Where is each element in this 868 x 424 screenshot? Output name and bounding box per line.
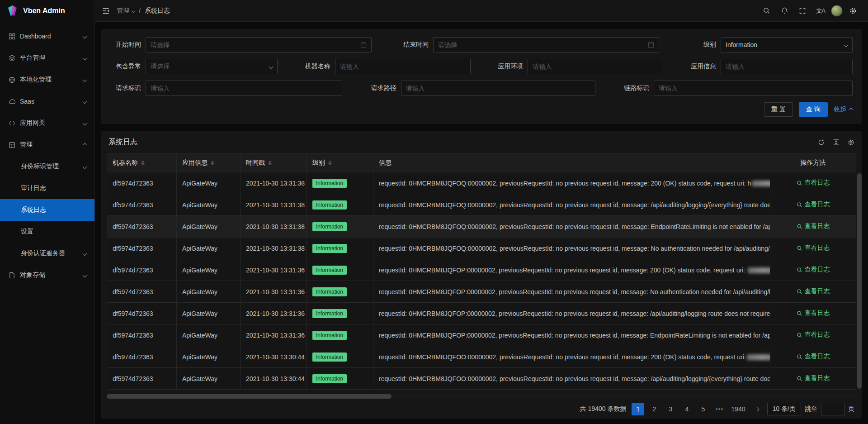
cell-machine-name: df5974d72363: [107, 281, 177, 303]
sidebar-item-app-gateway[interactable]: 应用网关: [0, 112, 94, 134]
start-time-input[interactable]: [151, 41, 357, 48]
collapse-filters-link[interactable]: 收起: [834, 105, 853, 114]
page-button-5[interactable]: 5: [697, 403, 709, 415]
table-row[interactable]: df5974d72363ApiGateWay2021-10-30 13:30:4…: [107, 368, 856, 390]
jump-page-input[interactable]: [821, 403, 844, 415]
column-header-3[interactable]: 级别: [307, 153, 373, 172]
vertical-scrollbar[interactable]: [857, 172, 862, 390]
view-log-link[interactable]: 查看日志: [797, 244, 830, 252]
app-info-input[interactable]: [726, 63, 848, 70]
refresh-icon[interactable]: [818, 139, 825, 146]
column-height-icon[interactable]: [833, 139, 840, 146]
reset-button[interactable]: 重 置: [764, 102, 793, 117]
app-env-field[interactable]: [528, 59, 663, 74]
view-log-link[interactable]: 查看日志: [797, 266, 830, 274]
magnifier-icon: [797, 202, 802, 208]
column-header-2[interactable]: 时间戳: [241, 153, 307, 172]
app-env-input[interactable]: [533, 63, 658, 70]
sidebar-item-auth-server[interactable]: 身份认证服务器: [0, 243, 94, 264]
horizontal-scrollbar[interactable]: [107, 394, 856, 399]
machine-name-input[interactable]: [340, 63, 466, 70]
view-log-link[interactable]: 查看日志: [797, 353, 830, 361]
request-id-input[interactable]: [151, 85, 337, 92]
page-button-2[interactable]: 2: [648, 403, 660, 415]
request-id-field[interactable]: [146, 81, 342, 96]
page-size-select[interactable]: 10 条/页: [767, 403, 801, 415]
table-row[interactable]: df5974d72363ApiGateWay2021-10-30 13:31:3…: [107, 303, 856, 324]
search-icon[interactable]: [759, 3, 774, 19]
view-log-link[interactable]: 查看日志: [797, 287, 830, 295]
page-button-1940[interactable]: 1940: [729, 403, 747, 415]
machine-name-label: 机器名称: [300, 62, 335, 71]
sort-icon[interactable]: [211, 159, 214, 167]
user-avatar[interactable]: [831, 5, 843, 17]
storage-icon: [8, 272, 15, 279]
table-row[interactable]: df5974d72363ApiGateWay2021-10-30 13:31:3…: [107, 281, 856, 303]
redacted-region: [752, 181, 770, 186]
start-time-picker[interactable]: [146, 37, 372, 52]
column-header-1[interactable]: 应用信息: [177, 153, 241, 172]
trace-id-field[interactable]: [654, 81, 853, 96]
sidebar-item-audit-logs[interactable]: 审计日志: [0, 177, 94, 199]
table-row[interactable]: df5974d72363ApiGateWay2021-10-30 13:30:4…: [107, 346, 856, 368]
table-row[interactable]: df5974d72363ApiGateWay2021-10-30 13:31:3…: [107, 194, 856, 216]
search-button[interactable]: 查 询: [799, 102, 828, 117]
sidebar-item-management[interactable]: 管理: [0, 134, 94, 156]
end-time-picker[interactable]: [433, 37, 659, 52]
gear-icon[interactable]: [845, 3, 861, 19]
app-root: Vben Admin Dashboard平台管理本地化管理Saas应用网关管理身…: [0, 0, 868, 424]
magnifier-icon: [797, 332, 802, 338]
machine-name-field[interactable]: [335, 59, 471, 74]
table-row[interactable]: df5974d72363ApiGateWay2021-10-30 13:31:3…: [107, 238, 856, 259]
chevron-up-icon: [83, 143, 87, 147]
has-exception-select[interactable]: 请选择: [146, 59, 278, 74]
breadcrumb-item-parent[interactable]: 管理: [117, 7, 135, 15]
sort-icon[interactable]: [268, 159, 272, 167]
fullscreen-icon[interactable]: [795, 3, 810, 19]
sidebar-item-label: Dashboard: [20, 33, 79, 40]
request-path-field[interactable]: [401, 81, 595, 96]
view-log-link[interactable]: 查看日志: [797, 331, 830, 339]
bell-icon[interactable]: [777, 3, 792, 19]
view-log-link[interactable]: 查看日志: [797, 309, 830, 317]
app-info-field[interactable]: [721, 59, 853, 74]
sidebar-item-object-storage[interactable]: 对象存储: [0, 264, 94, 286]
sort-icon[interactable]: [328, 159, 332, 167]
view-log-link[interactable]: 查看日志: [797, 374, 830, 382]
next-page-button[interactable]: [751, 403, 764, 415]
table-row[interactable]: df5974d72363ApiGateWay2021-10-30 13:31:3…: [107, 259, 856, 281]
end-time-input[interactable]: [438, 41, 644, 48]
chevron-down-icon: [844, 43, 849, 47]
table-row[interactable]: df5974d72363ApiGateWay2021-10-30 13:31:3…: [107, 172, 856, 194]
sidebar-item-system-logs[interactable]: 系统日志: [0, 199, 94, 221]
page-button-4[interactable]: 4: [680, 403, 693, 415]
column-header-0[interactable]: 机器名称: [107, 153, 177, 172]
cell-app-info: ApiGateWay: [177, 303, 241, 324]
page-button-3[interactable]: 3: [664, 403, 677, 415]
management-icon: [8, 141, 15, 148]
sidebar-item-label: 设置: [21, 228, 86, 236]
sidebar-item-settings[interactable]: 设置: [0, 221, 94, 243]
cell-machine-name: df5974d72363: [107, 238, 177, 259]
sidebar-item-identity-management[interactable]: 身份标识管理: [0, 156, 94, 177]
request-path-input[interactable]: [406, 85, 590, 92]
level-select[interactable]: Information: [721, 37, 853, 52]
page-button-1[interactable]: 1: [632, 403, 644, 415]
table-settings-icon[interactable]: [848, 139, 854, 146]
sidebar-item-saas[interactable]: Saas: [0, 91, 94, 112]
sidebar-item-localization-management[interactable]: 本地化管理: [0, 69, 94, 91]
view-log-link[interactable]: 查看日志: [797, 179, 830, 187]
table-row[interactable]: df5974d72363ApiGateWay2021-10-30 13:31:3…: [107, 216, 856, 238]
trace-id-input[interactable]: [659, 85, 848, 92]
horizontal-scrollbar-thumb[interactable]: [107, 394, 392, 399]
sidebar-item-platform-management[interactable]: 平台管理: [0, 47, 94, 69]
view-log-link[interactable]: 查看日志: [797, 222, 830, 230]
menu-fold-icon[interactable]: [102, 7, 109, 14]
translate-icon[interactable]: 文A: [813, 3, 828, 19]
logo[interactable]: Vben Admin: [0, 0, 94, 22]
vertical-scrollbar-thumb[interactable]: [857, 173, 862, 389]
sidebar-item-dashboard[interactable]: Dashboard: [0, 25, 94, 47]
table-row[interactable]: df5974d72363ApiGateWay2021-10-30 13:31:3…: [107, 324, 856, 346]
view-log-link[interactable]: 查看日志: [797, 200, 830, 209]
sort-icon[interactable]: [141, 159, 145, 167]
